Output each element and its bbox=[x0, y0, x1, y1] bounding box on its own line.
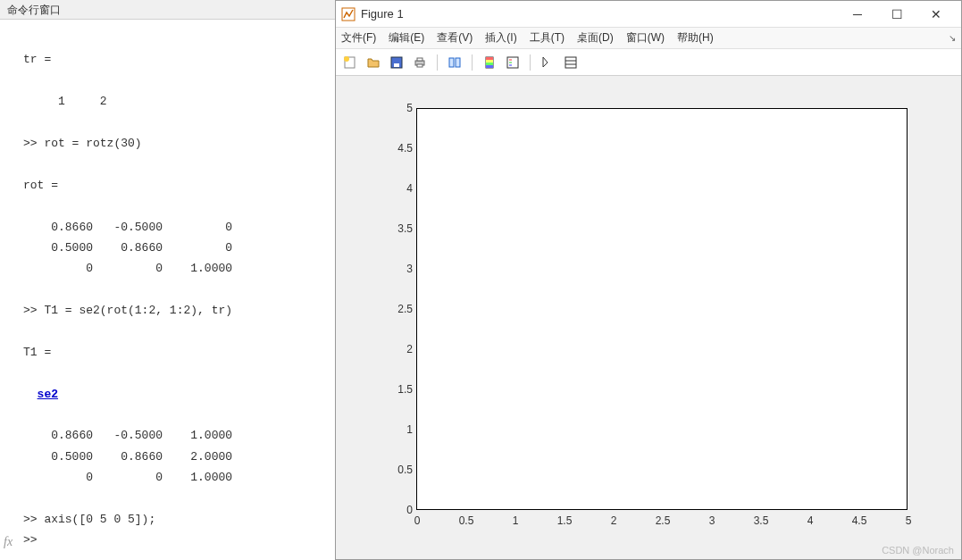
y-tick-label: 1 bbox=[381, 423, 413, 436]
cmd-line: 1 2 bbox=[23, 95, 107, 108]
x-tick-label: 1.5 bbox=[557, 514, 573, 527]
figure-window: Figure 1 ─ ☐ ✕ 文件(F) 编辑(E) 查看(V) 插入(I) 工… bbox=[335, 0, 962, 560]
toolbar-divider bbox=[530, 54, 531, 71]
open-icon[interactable] bbox=[364, 54, 382, 71]
watermark: CSDN @Norach bbox=[882, 545, 954, 556]
svg-rect-4 bbox=[394, 63, 399, 67]
cmd-line: rot = bbox=[23, 179, 58, 192]
command-window-title: 命令行窗口 bbox=[0, 0, 335, 20]
new-figure-icon[interactable] bbox=[341, 54, 359, 71]
menu-view[interactable]: 查看(V) bbox=[437, 30, 473, 46]
fx-icon[interactable]: fx bbox=[4, 531, 13, 553]
print-icon[interactable] bbox=[411, 54, 429, 71]
x-tick-label: 2.5 bbox=[656, 514, 671, 527]
command-window-body[interactable]: tr = 1 2 >> rot = rotz(30) rot = 0.8660 … bbox=[0, 20, 335, 560]
command-window-panel: 命令行窗口 tr = 1 2 >> rot = rotz(30) rot = 0… bbox=[0, 0, 335, 560]
y-tick-label: 0.5 bbox=[381, 464, 413, 476]
menu-tools[interactable]: 工具(T) bbox=[530, 30, 565, 46]
x-tick-label: 2 bbox=[611, 514, 617, 527]
figure-title: Figure 1 bbox=[361, 7, 838, 21]
edit-plot-icon[interactable] bbox=[539, 54, 556, 71]
plot-area: 00.511.522.533.544.55 00.511.522.533.544… bbox=[345, 81, 952, 541]
figure-menubar: 文件(F) 编辑(E) 查看(V) 插入(I) 工具(T) 桌面(D) 窗口(W… bbox=[336, 28, 961, 49]
cmd-line: >> T1 = se2(rot(1:2, 1:2), tr) bbox=[23, 304, 232, 317]
svg-rect-11 bbox=[486, 57, 493, 60]
se2-link[interactable]: se2 bbox=[38, 388, 58, 401]
x-tick-label: 4 bbox=[807, 514, 814, 527]
x-tick-label: 5 bbox=[906, 514, 912, 527]
menu-overflow-icon[interactable]: ↘ bbox=[949, 33, 956, 43]
cmd-prompt[interactable]: >> bbox=[23, 533, 44, 547]
svg-point-2 bbox=[344, 56, 349, 62]
save-icon[interactable] bbox=[388, 54, 406, 71]
close-button[interactable]: ✕ bbox=[916, 2, 956, 27]
y-tick-label: 3.5 bbox=[381, 222, 413, 235]
menu-window[interactable]: 窗口(W) bbox=[626, 30, 665, 46]
cmd-line: 0.5000 0.8660 2.0000 bbox=[23, 450, 232, 464]
maximize-button[interactable]: ☐ bbox=[877, 2, 916, 27]
toolbar-divider bbox=[437, 54, 438, 71]
svg-rect-13 bbox=[486, 63, 493, 65]
svg-rect-19 bbox=[565, 57, 576, 68]
cmd-line: 0 0 1.0000 bbox=[23, 471, 232, 484]
y-tick-label: 1.5 bbox=[381, 383, 413, 396]
y-tick-label: 2.5 bbox=[381, 303, 413, 315]
x-tick-label: 4.5 bbox=[852, 514, 867, 527]
figure-toolbar bbox=[336, 49, 961, 76]
x-tick-label: 3 bbox=[709, 514, 715, 527]
y-tick-label: 2 bbox=[381, 343, 413, 355]
svg-rect-12 bbox=[486, 60, 493, 63]
x-tick-label: 0 bbox=[414, 514, 421, 527]
y-tick-label: 4 bbox=[381, 182, 413, 195]
x-tick-label: 0.5 bbox=[459, 514, 474, 527]
menu-edit[interactable]: 编辑(E) bbox=[389, 30, 424, 46]
axes[interactable]: 00.511.522.533.544.55 bbox=[416, 108, 908, 510]
cmd-line: 0.8660 -0.5000 1.0000 bbox=[23, 429, 232, 442]
cmd-line: T1 = bbox=[23, 346, 58, 359]
menu-help[interactable]: 帮助(H) bbox=[677, 30, 714, 46]
figure-titlebar: Figure 1 ─ ☐ ✕ bbox=[336, 1, 961, 28]
menu-desktop[interactable]: 桌面(D) bbox=[577, 30, 614, 46]
y-tick-label: 4.5 bbox=[381, 142, 413, 155]
cmd-line: >> axis([0 5 0 5]); bbox=[23, 513, 155, 526]
svg-rect-6 bbox=[417, 58, 422, 61]
svg-rect-7 bbox=[417, 64, 422, 67]
svg-rect-14 bbox=[486, 65, 493, 68]
cmd-line: 0 0 1.0000 bbox=[23, 262, 232, 275]
legend-icon[interactable] bbox=[504, 54, 522, 71]
matlab-figure-icon bbox=[341, 7, 356, 21]
x-tick-label: 3.5 bbox=[754, 514, 769, 527]
colorbar-icon[interactable] bbox=[481, 54, 498, 71]
property-inspector-icon[interactable] bbox=[562, 54, 580, 71]
y-tick-label: 0 bbox=[381, 504, 413, 516]
cmd-line: tr = bbox=[23, 53, 51, 66]
cmd-line: 0.5000 0.8660 0 bbox=[23, 241, 232, 255]
cmd-line: >> rot = rotz(30) bbox=[23, 137, 142, 150]
y-tick-label: 3 bbox=[381, 263, 413, 275]
toolbar-divider bbox=[472, 54, 473, 71]
minimize-button[interactable]: ─ bbox=[838, 2, 877, 27]
x-tick-label: 1 bbox=[513, 514, 519, 527]
menu-insert[interactable]: 插入(I) bbox=[485, 30, 516, 46]
menu-file[interactable]: 文件(F) bbox=[341, 30, 376, 46]
svg-rect-8 bbox=[449, 58, 454, 67]
link-icon[interactable] bbox=[446, 54, 464, 71]
svg-rect-15 bbox=[507, 57, 518, 68]
cmd-line: 0.8660 -0.5000 0 bbox=[23, 221, 232, 234]
y-tick-label: 5 bbox=[381, 102, 413, 114]
svg-rect-9 bbox=[456, 58, 460, 67]
